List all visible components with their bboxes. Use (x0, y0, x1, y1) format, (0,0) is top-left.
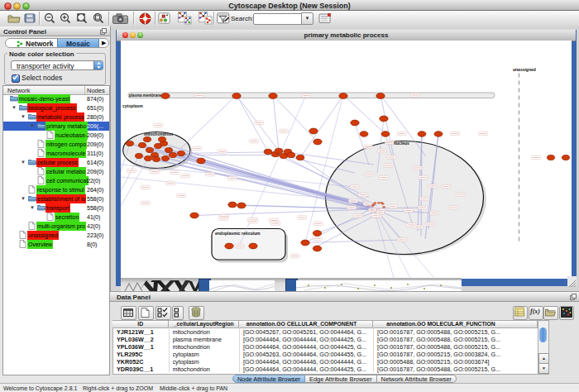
svg-text:endoplasmic reticulum: endoplasmic reticulum (215, 230, 261, 235)
svg-text:plasma membrane: plasma membrane (129, 93, 162, 98)
svg-text:nucleus: nucleus (394, 140, 409, 145)
svg-text:mitochondrion: mitochondrion (144, 131, 173, 136)
svg-text:unassigned: unassigned (513, 67, 536, 72)
svg-text:cytoplasm: cytoplasm (122, 103, 143, 108)
